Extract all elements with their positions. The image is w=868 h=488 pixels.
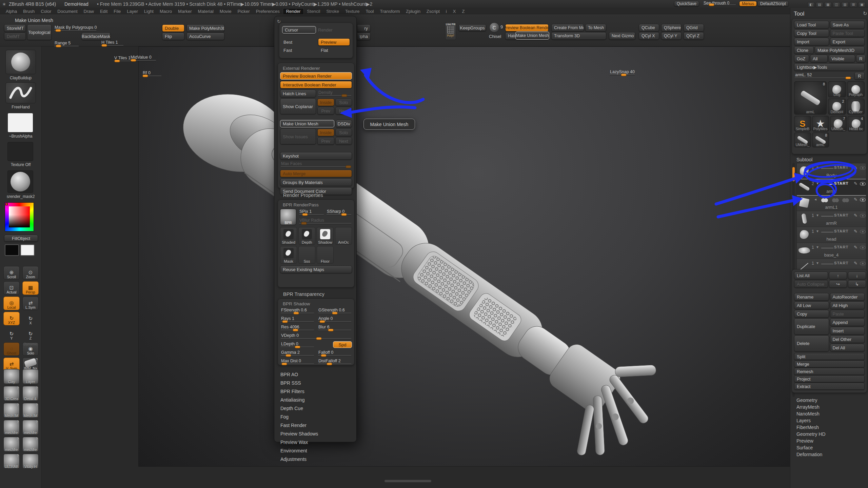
h-tiles-slider[interactable]: H Tiles 1 <box>100 40 124 47</box>
to-mesh-button[interactable]: To Mesh <box>585 24 606 32</box>
brush-thumb-3dcrea[interactable]: 3D Crea? <box>3 386 20 401</box>
slider-knob[interactable] <box>332 312 338 314</box>
polypaint-brush-icon[interactable]: ✎ <box>854 213 857 218</box>
palette-reset-icon[interactable]: ↻ <box>863 11 867 17</box>
slider-knob[interactable] <box>301 222 307 225</box>
menu-movie[interactable]: Movie <box>217 8 235 14</box>
visibility-eye-icon[interactable] <box>860 198 866 202</box>
preview-mode-button[interactable]: Preview <box>318 38 350 46</box>
shadow-slider-ldepth0[interactable]: LDepth 0 <box>280 341 315 349</box>
move-down-button[interactable]: ↓ <box>848 272 866 279</box>
subtool-merge-button[interactable]: Merge <box>794 361 865 367</box>
menus-toggle[interactable]: Menus <box>739 1 757 6</box>
render-section-adjustments[interactable]: Adjustments <box>274 455 357 463</box>
boolean-subtract-icon[interactable] <box>832 198 840 202</box>
vblur-slider[interactable]: VBlur Radius <box>298 218 352 225</box>
shadow-slider-rays1[interactable]: Rays 1 <box>280 316 315 323</box>
tool-thumb-umesh[interactable]: UMesh_ <box>794 133 811 147</box>
menu-zplugin[interactable]: Zplugin <box>403 8 423 14</box>
nav-xyz[interactable]: ↻XYZ <box>3 312 20 325</box>
slider-knob[interactable] <box>341 94 347 97</box>
brush-thumb-vitalyh[interactable]: Vitaly-H <box>22 454 39 469</box>
viewport-canvas[interactable] <box>42 46 790 488</box>
secondary-color-swatch[interactable] <box>20 244 35 256</box>
tool-r-button[interactable]: R <box>854 72 865 80</box>
section-geometry[interactable]: Geometry <box>790 397 868 404</box>
paste-tool-button[interactable]: Paste Tool <box>830 29 865 37</box>
import-button[interactable]: Import <box>794 38 829 45</box>
shadow-slider-distfalloff2[interactable]: DistFalloff 2 <box>317 358 352 366</box>
dsdiv-button[interactable]: DSDiv <box>336 120 352 127</box>
menu-z[interactable]: Z <box>459 8 468 14</box>
menu-alpha[interactable]: Alpha <box>3 8 20 14</box>
menu-stroke[interactable]: Stroke <box>323 8 342 14</box>
q-button-qcyl-x[interactable]: QCyl X <box>639 32 659 40</box>
groups-by-materials-item[interactable]: Groups By Materials <box>280 179 352 186</box>
tool-thumb-simpleb[interactable]: SSimpleB <box>794 116 811 131</box>
bpr-thumb[interactable]: BPR <box>280 209 296 225</box>
nav-solo[interactable]: Dynamic◉Solo <box>22 342 39 356</box>
visibility-eye-icon[interactable] <box>860 182 866 186</box>
subtool-row-arml[interactable]: 2▾START✎armL <box>797 179 866 195</box>
render-properties-header[interactable]: Render Properties <box>278 192 323 198</box>
q-button-qcube[interactable]: QCube <box>639 24 659 32</box>
keepgroups-button[interactable]: KeepGroups <box>458 24 486 31</box>
best-mode[interactable]: Best <box>282 40 316 45</box>
window-icon-6[interactable]: ⊞ <box>850 2 857 7</box>
hatch-lines-item[interactable]: Hatch Lines <box>280 90 316 97</box>
nav-y[interactable]: ↻Y <box>3 327 20 341</box>
quicksave-button[interactable]: QuickSave <box>674 1 699 6</box>
range-slider[interactable]: Range 5 <box>54 40 79 48</box>
menu-render[interactable]: Render <box>283 8 304 14</box>
slider-knob[interactable] <box>327 363 332 365</box>
bpr-renderpass-header[interactable]: BPR RenderPass <box>280 202 352 209</box>
menu-transform[interactable]: Transform <box>377 8 403 14</box>
nav-x[interactable]: ↻X <box>22 312 39 325</box>
current-stroke-thumb[interactable] <box>5 82 36 103</box>
slider-knob[interactable] <box>845 77 851 79</box>
slider-knob[interactable] <box>285 354 291 357</box>
boolean-intersect-icon[interactable] <box>842 198 850 202</box>
subtool-row-base_4[interactable]: 1▾START✎base_4 <box>797 243 866 259</box>
ssharp-slider[interactable]: SSharp 0 <box>326 209 352 216</box>
polypaint-brush-icon[interactable]: ✎ <box>854 261 857 266</box>
issues-inside-button[interactable]: Inside <box>317 129 334 136</box>
nav-scroll[interactable]: ⊕Scroll <box>3 266 20 280</box>
spd-button[interactable]: Spd <box>333 341 352 348</box>
stepper-icon[interactable]: ▾ <box>816 229 818 233</box>
document-area[interactable] <box>138 46 790 467</box>
backface-mask-button[interactable]: BackfaceMask <box>81 33 111 40</box>
color-picker[interactable] <box>5 202 34 231</box>
see-through-slider[interactable]: See-through 0 <box>703 0 736 6</box>
section-arraymesh[interactable]: ArrayMesh <box>790 404 868 410</box>
stepper-icon[interactable]: ▾ <box>816 181 818 186</box>
active-tool-slider[interactable]: armL. 52 <box>794 72 853 80</box>
menu-document[interactable]: Document <box>54 8 80 14</box>
move-in-button[interactable]: ↳ <box>848 280 866 288</box>
nav-persp[interactable]: ▦Persp <box>22 281 39 295</box>
move-up-button[interactable]: ↑ <box>829 272 847 279</box>
menu-preferences[interactable]: Preferences <box>253 8 283 14</box>
menu-picker[interactable]: Picker <box>235 8 253 14</box>
slider-knob[interactable] <box>621 74 627 76</box>
make-polymesh3d-tool-button[interactable]: Make PolyMesh3D <box>815 46 865 54</box>
polypaint-brush-icon[interactable]: ✎ <box>854 197 857 202</box>
slider-knob[interactable] <box>709 3 714 6</box>
del-other-button[interactable]: Del Other <box>830 336 865 343</box>
flat-mode[interactable]: Flat <box>318 48 350 53</box>
nav-zoom[interactable]: ⊙Zoom <box>22 266 39 280</box>
slider-knob[interactable] <box>321 354 327 357</box>
tool-thumb-umesh[interactable]: 7UMesh_ <box>830 116 847 131</box>
visibility-eye-icon[interactable] <box>860 230 866 233</box>
auto-collapse-button[interactable]: Auto Collapse <box>794 280 828 288</box>
double-button[interactable]: Double <box>162 24 184 32</box>
window-icon-5[interactable]: ▥ <box>841 2 849 7</box>
active-tool-thumb[interactable]: 8 armL <box>794 81 827 115</box>
start-button[interactable]: START <box>834 245 848 249</box>
menu-marker[interactable]: Marker <box>175 8 195 14</box>
append-button[interactable]: Append <box>830 319 865 326</box>
menu-file[interactable]: File <box>111 8 124 14</box>
slider-knob[interactable] <box>293 312 299 314</box>
slider-knob[interactable] <box>341 213 347 216</box>
slider-knob[interactable] <box>319 320 325 323</box>
